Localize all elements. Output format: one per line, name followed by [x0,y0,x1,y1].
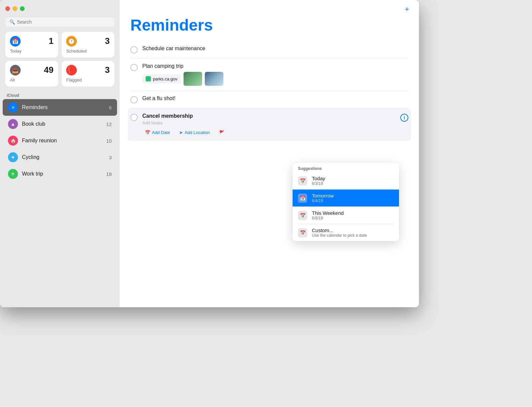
add-date-button[interactable]: 📅 Add Date [142,129,173,136]
suggestion-date-today: 6/3/19 [312,181,325,186]
work-trip-count: 18 [106,171,112,177]
smart-card-flagged[interactable]: 🚩 3 Flagged [62,61,114,86]
reminder-item-car: Schedule car maintenance [130,41,408,59]
reminder-attachments-camping: 🌐 parks.ca.gov [142,72,408,86]
reminder-checkbox-membership[interactable] [130,114,138,121]
family-reunion-count: 10 [106,138,112,144]
reminders-label: Reminders [22,104,105,110]
add-location-label: Add Location [185,130,210,135]
suggestion-tomorrow[interactable]: 📅 Tomorrow 6/4/19 [293,190,399,206]
reminder-content-car: Schedule car maintenance [142,46,408,53]
search-icon: 🔍 [9,19,15,25]
suggestion-name-today: Today [312,176,325,181]
minimize-button[interactable] [13,6,17,11]
suggestion-cal-icon-tomorrow: 📅 [298,194,307,203]
flagged-label: Flagged [66,77,110,82]
reminders-icon: ≡ [8,102,18,112]
reminder-checkbox-camping[interactable] [130,64,138,71]
suggestion-custom[interactable]: 📅 Custom... Use the calendar to pick a d… [293,224,399,241]
search-input[interactable] [17,19,110,25]
reminder-title-membership: Cancel membership [142,113,396,119]
smart-lists: 📅 1 Today 🕐 3 Scheduled 📥 49 All 🚩 3 [0,32,120,92]
reminder-content-flu: Get a flu shot! [142,95,408,103]
fullscreen-button[interactable] [20,6,25,11]
suggestion-date-tomorrow: 6/4/19 [312,199,334,203]
smart-card-today[interactable]: 📅 1 Today [5,32,58,58]
reminder-checkbox-flu[interactable] [130,96,138,103]
scheduled-count: 3 [105,36,110,46]
flag-icon: 🚩 [219,130,224,135]
reminders-count: 6 [109,105,112,110]
smart-card-scheduled[interactable]: 🕐 3 Scheduled [62,32,114,58]
reminder-content-camping: Plan camping trip 🌐 parks.ca.gov [142,63,408,86]
suggestion-text-custom: Custom... Use the calendar to pick a dat… [312,227,367,238]
cycling-label: Cycling [22,154,105,160]
page-title: Reminders [120,15,419,41]
sidebar-item-work-trip[interactable]: ✈ Work trip 18 [3,166,117,182]
family-reunion-label: Family reunion [22,138,102,144]
suggestion-text-weekend: This Weekend 6/8/19 [312,210,344,220]
suggestions-dropdown: Suggestions 📅 Today 6/3/19 📅 Tomorrow 6/… [293,163,399,241]
suggestion-date-custom: Use the calendar to pick a date [312,233,367,238]
smart-card-all[interactable]: 📥 49 All [5,61,58,86]
main-header: + [120,0,419,15]
link-favicon: 🌐 [146,76,151,81]
scheduled-icon: 🕐 [66,36,77,47]
suggestion-name-tomorrow: Tomorrow [312,193,334,199]
suggestion-name-weekend: This Weekend [312,210,344,216]
close-button[interactable] [5,6,10,11]
sidebar-item-reminders[interactable]: ≡ Reminders 6 [3,99,117,116]
all-count: 49 [44,65,54,75]
date-row: 📅 Add Date ➤ Add Location 🚩 [142,129,396,136]
sidebar-item-family-reunion[interactable]: 🏠 Family reunion 10 [3,132,117,149]
all-label: All [10,77,54,82]
book-club-label: Book club [22,121,102,127]
suggestion-cal-icon-today: 📅 [298,176,307,186]
flagged-icon: 🚩 [66,65,77,75]
reminder-item-camping: Plan camping trip 🌐 parks.ca.gov [130,59,408,91]
book-club-count: 12 [106,121,112,127]
link-chip-parks[interactable]: 🌐 parks.ca.gov [142,74,181,83]
sidebar: 🔍 📅 1 Today 🕐 3 Scheduled 📥 49 All [0,0,120,307]
sidebar-item-cycling[interactable]: ♥ Cycling 3 [3,149,117,166]
suggestion-text-today: Today 6/3/19 [312,176,325,186]
cycling-icon: ♥ [8,152,18,162]
location-icon: ➤ [179,130,183,135]
scheduled-label: Scheduled [66,49,110,54]
reminder-title-camping: Plan camping trip [142,63,408,69]
reminder-title-car: Schedule car maintenance [142,46,408,52]
icloud-section-header: iCloud [0,92,120,99]
suggestion-text-tomorrow: Tomorrow 6/4/19 [312,193,334,203]
image-thumb-2[interactable] [205,72,223,86]
titlebar [0,0,120,17]
suggestions-header: Suggestions [293,163,399,172]
add-notes-placeholder[interactable]: Add Notes [142,120,396,125]
reminder-checkbox-car[interactable] [130,46,138,54]
family-reunion-icon: 🏠 [8,136,18,146]
add-reminder-button[interactable]: + [402,4,412,15]
reminder-item-flu: Get a flu shot! [130,91,408,108]
sidebar-item-book-club[interactable]: ▲ Book club 12 [3,116,117,132]
suggestion-this-weekend[interactable]: 📅 This Weekend 6/8/19 [293,207,399,224]
suggestion-today[interactable]: 📅 Today 6/3/19 [293,172,399,189]
info-button[interactable]: i [400,114,408,122]
suggestion-date-weekend: 6/8/19 [312,216,344,220]
flag-button[interactable]: 🚩 [216,129,227,136]
today-icon: 📅 [10,36,21,47]
calendar-icon: 📅 [145,130,150,135]
reminder-content-membership: Cancel membership Add Notes 📅 Add Date ➤… [142,113,396,136]
reminder-title-flu: Get a flu shot! [142,95,408,101]
all-icon: 📥 [10,65,21,75]
today-label: Today [10,49,54,54]
add-date-label: Add Date [152,130,170,135]
main-content: + Reminders Schedule car maintenance Pla… [120,0,419,307]
reminder-item-membership: Cancel membership Add Notes 📅 Add Date ➤… [128,108,411,141]
search-bar[interactable]: 🔍 [5,17,114,27]
flagged-count: 3 [105,65,110,75]
link-text: parks.ca.gov [153,76,178,81]
image-thumb-1[interactable] [184,72,202,86]
book-club-icon: ▲ [8,119,18,129]
work-trip-icon: ✈ [8,169,18,179]
add-location-button[interactable]: ➤ Add Location [177,129,212,136]
suggestion-cal-icon-weekend: 📅 [298,211,307,220]
